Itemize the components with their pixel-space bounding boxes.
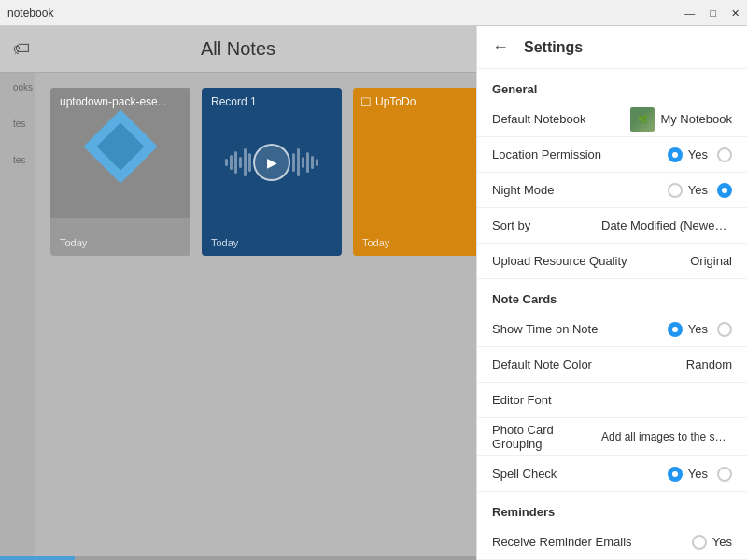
show-time-yes-radio[interactable] [668, 322, 683, 337]
spell-check-yes-label: Yes [688, 467, 708, 481]
card-1-label: uptodown-pack-ese... [60, 95, 181, 108]
settings-row-photo-grouping[interactable]: Photo Card Grouping Add all images to th… [477, 418, 747, 456]
note-color-label: Default Note Color [492, 357, 686, 371]
editor-font-label: Editor Font [492, 393, 732, 407]
maximize-button[interactable]: □ [710, 7, 716, 19]
show-time-radio: Yes [668, 322, 732, 337]
notes-title: All Notes [201, 38, 275, 60]
close-button[interactable]: ✕ [731, 7, 740, 19]
settings-panel: ← Settings General Default Notebook 🌿 My… [476, 26, 747, 560]
settings-back-button[interactable]: ← [492, 37, 509, 57]
minimize-button[interactable]: — [684, 7, 695, 19]
sidebar-label-books: ooks [13, 82, 33, 92]
notes-bottom-bar [0, 556, 476, 560]
settings-header: ← Settings [477, 26, 747, 69]
reminder-emails-yes-label: Yes [712, 535, 732, 549]
notes-header: 🏷 All Notes [0, 26, 476, 73]
left-sidebar: ooks tes tes [9, 73, 35, 560]
spell-check-radio: Yes [668, 467, 732, 482]
reminder-emails-radio: Yes [692, 535, 732, 550]
window-controls: — □ ✕ [684, 7, 740, 19]
card-3-checkbox-icon: ☐ [360, 95, 372, 109]
settings-row-night-mode[interactable]: Night Mode Yes [477, 173, 747, 208]
night-mode-yes-label: Yes [688, 183, 708, 197]
upload-quality-label: Upload Resource Quality [492, 254, 690, 268]
night-mode-label: Night Mode [492, 183, 668, 197]
settings-row-default-notebook[interactable]: Default Notebook 🌿 My Notebook [477, 102, 747, 137]
spell-check-label: Spell Check [492, 467, 668, 481]
note-card-1[interactable]: uptodown-pack-ese... Today [50, 88, 190, 256]
sidebar-label-notes1: tes [13, 119, 25, 129]
spell-check-yes-radio[interactable] [668, 467, 683, 482]
default-notebook-value: My Notebook [660, 112, 732, 126]
night-mode-yes-radio[interactable] [668, 183, 683, 198]
section-general-header: General [477, 69, 747, 102]
show-time-label: Show Time on Note [492, 322, 668, 336]
card-2-label: Record 1 [211, 95, 332, 108]
settings-row-location-permission[interactable]: Location Permission Yes [477, 137, 747, 173]
note-card-2[interactable]: Record 1 ▶ [202, 88, 342, 256]
section-reminders-header: Reminders [477, 492, 747, 525]
spell-check-no-radio[interactable] [717, 467, 732, 482]
settings-row-reminder-emails[interactable]: Receive Reminder Emails Yes [477, 525, 747, 560]
reminder-emails-label: Receive Reminder Emails [492, 535, 692, 549]
night-mode-radio: Yes [668, 183, 732, 198]
location-permission-radio: Yes [668, 147, 732, 162]
main-layout: 🏷 All Notes ooks tes tes uptodo [0, 26, 747, 560]
play-button[interactable]: ▶ [253, 144, 290, 181]
card-2-date: Today [211, 237, 238, 248]
notes-panel: 🏷 All Notes ooks tes tes uptodo [0, 26, 476, 560]
section-note-cards-header: Note Cards [477, 279, 747, 312]
note-color-value: Random [686, 357, 732, 371]
notebook-value-container: 🌿 My Notebook [630, 107, 732, 132]
tag-icon: 🏷 [13, 39, 30, 59]
settings-row-upload-quality[interactable]: Upload Resource Quality Original [477, 244, 747, 279]
card-3-label: UpToDo [375, 95, 416, 108]
default-notebook-label: Default Notebook [492, 112, 630, 126]
sidebar-label-notes2: tes [13, 155, 25, 165]
app-title: notebook [7, 7, 53, 20]
reminder-emails-yes-radio[interactable] [692, 535, 707, 550]
location-yes-label: Yes [688, 147, 708, 161]
location-yes-radio[interactable] [668, 147, 683, 162]
settings-row-note-color[interactable]: Default Note Color Random [477, 347, 747, 383]
show-time-no-radio[interactable] [717, 322, 732, 337]
location-no-radio[interactable] [717, 147, 732, 162]
night-mode-no-radio[interactable] [717, 183, 732, 198]
title-bar: notebook — □ ✕ [0, 0, 747, 26]
sort-by-value: Date Modified (Newest first) [601, 218, 732, 232]
photo-grouping-label: Photo Card Grouping [492, 423, 601, 451]
sort-by-label: Sort by [492, 218, 601, 232]
notes-content: ooks tes tes uptodown-pack-ese... Today [9, 73, 476, 560]
photo-grouping-value: Add all images to the same... [601, 430, 732, 443]
location-permission-label: Location Permission [492, 147, 668, 161]
settings-row-editor-font[interactable]: Editor Font [477, 383, 747, 418]
show-time-yes-label: Yes [688, 322, 708, 336]
note-card-3[interactable]: ☐ UpToDo Today [353, 88, 476, 256]
notebook-thumbnail: 🌿 [630, 107, 655, 132]
card-1-date: Today [60, 237, 87, 248]
card-3-date: Today [362, 237, 389, 248]
settings-row-sort-by[interactable]: Sort by Date Modified (Newest first) [477, 208, 747, 244]
notes-bottom-tab [0, 556, 75, 560]
settings-row-spell-check[interactable]: Spell Check Yes [477, 456, 747, 492]
settings-title: Settings [524, 39, 583, 56]
upload-quality-value: Original [690, 254, 732, 268]
settings-row-show-time[interactable]: Show Time on Note Yes [477, 312, 747, 347]
